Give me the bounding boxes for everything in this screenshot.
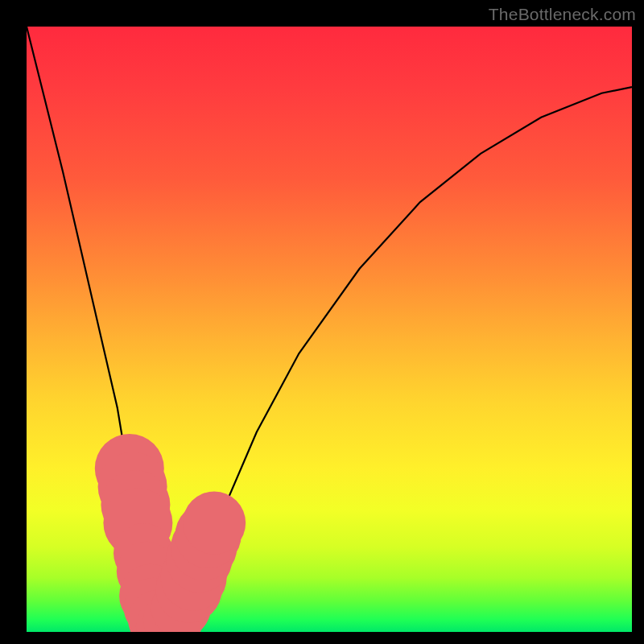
- curve-markers: [95, 434, 246, 632]
- curve-marker: [183, 492, 246, 555]
- chart-overlay: [27, 27, 632, 632]
- plot-area: [27, 27, 632, 632]
- watermark-text: TheBottleneck.com: [489, 5, 636, 24]
- chart-frame: TheBottleneck.com: [0, 0, 644, 644]
